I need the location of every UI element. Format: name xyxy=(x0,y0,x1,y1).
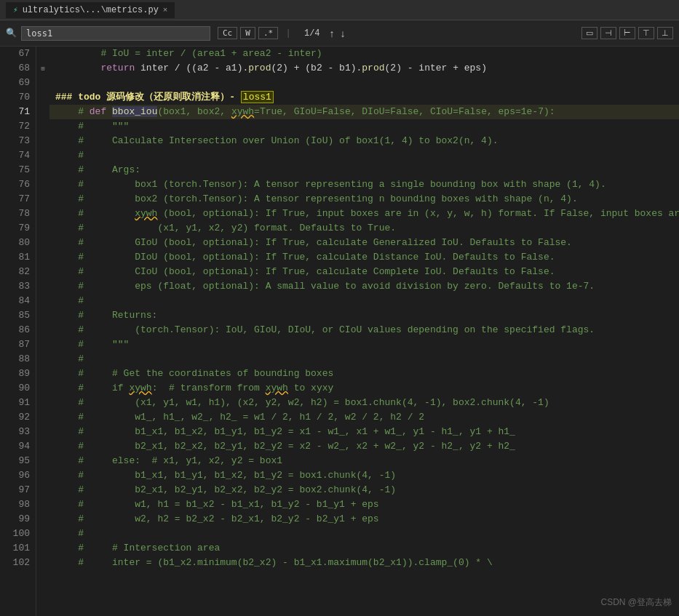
code-line-92: # w1_, h1_, w2_, h2_ = w1 / 2, h1 / 2, w… xyxy=(49,410,679,425)
file-type-icon: ⚡ xyxy=(13,5,18,15)
line-num-70: 70 xyxy=(3,90,30,105)
code-text: # (torch.Tensor): IoU, GIoU, DIoU, or CI… xyxy=(55,323,595,337)
gutter-92 xyxy=(36,410,49,425)
split-right-button[interactable]: ⊢ xyxy=(619,27,635,39)
filter-button[interactable]: ⊥ xyxy=(657,27,673,39)
regex-button[interactable]: .* xyxy=(258,27,278,39)
gutter-78 xyxy=(36,207,49,221)
gutter-85 xyxy=(36,308,49,323)
line-num-88: 88 xyxy=(3,352,30,367)
line-num-75: 75 xyxy=(3,163,30,177)
code-line-72: # """ xyxy=(49,119,679,134)
code-line-99: # w2, h2 = b2_x2 - b2_x1, b2_y2 - b2_y1 … xyxy=(49,512,679,527)
tab-filename: ultralytics\...\metrics.py xyxy=(23,5,159,15)
tab-close-button[interactable]: × xyxy=(163,6,168,15)
line-num-78: 78 xyxy=(3,207,30,221)
code-line-70: ### todo 源码修改（还原则取消注释）- loss1 xyxy=(49,90,679,105)
next-result-button[interactable]: ↓ xyxy=(338,28,348,39)
code-text: # b2_x1, b2_y1, b2_x2, b2_y2 = box2.chun… xyxy=(55,483,396,497)
gutter-68: ⊞ xyxy=(36,61,49,76)
code-text xyxy=(55,76,61,90)
gutter-102 xyxy=(36,556,49,570)
code-line-74: # xyxy=(49,148,679,163)
line-num-95: 95 xyxy=(3,454,30,468)
line-num-97: 97 xyxy=(3,483,30,497)
code-text: # (x1, y1, w1, h1), (x2, y2, w2, h2) = b… xyxy=(55,396,549,410)
code-line-75: # Args: xyxy=(49,163,679,177)
whole-word-button[interactable]: W xyxy=(240,27,255,39)
search-input[interactable] xyxy=(21,26,210,41)
code-text: ### todo 源码修改（还原则取消注释）- loss1 xyxy=(55,90,274,105)
gutter-88 xyxy=(36,352,49,367)
line-num-79: 79 xyxy=(3,221,30,236)
gutter-82 xyxy=(36,265,49,279)
code-text: # box1 (torch.Tensor): A tensor represen… xyxy=(55,177,606,192)
gutter-70 xyxy=(36,90,49,105)
code-text: # """ xyxy=(55,337,129,352)
code-text: # GIoU (bool, optional): If True, calcul… xyxy=(55,236,572,250)
gutter-83 xyxy=(36,279,49,294)
line-num-98: 98 xyxy=(3,497,30,512)
code-line-89: # # Get the coordinates of bounding boxe… xyxy=(49,367,679,381)
code-line-102: # inter = (b1_x2.minimum(b2_x2) - b1_x1.… xyxy=(49,556,679,570)
code-line-87: # """ xyxy=(49,337,679,352)
gutter-86 xyxy=(36,323,49,337)
gutter-91 xyxy=(36,396,49,410)
code-line-91: # (x1, y1, w1, h1), (x2, y2, w2, h2) = b… xyxy=(49,396,679,410)
line-num-96: 96 xyxy=(3,468,30,483)
separator: | xyxy=(285,28,291,39)
line-num-81: 81 xyxy=(3,250,30,265)
code-text: # """ xyxy=(55,119,129,134)
search-icon: 🔍 xyxy=(6,28,17,39)
code-line-83: # eps (float, optional): A small value t… xyxy=(49,279,679,294)
fold-icon-68[interactable]: ⊞ xyxy=(41,65,44,73)
title-bar: ⚡ ultralytics\...\metrics.py × xyxy=(0,0,679,20)
code-line-85: # Returns: xyxy=(49,308,679,323)
code-line-96: # b1_x1, b1_y1, b1_x2, b1_y2 = box1.chun… xyxy=(49,468,679,483)
code-text: # xywh (bool, optional): If True, input … xyxy=(55,207,679,221)
code-text: return inter / ((a2 - a1).prod(2) + (b2 … xyxy=(55,61,487,76)
line-num-100: 100 xyxy=(3,527,30,541)
gutter-80 xyxy=(36,236,49,250)
gutter-69 xyxy=(36,76,49,90)
case-sensitive-button[interactable]: Cc xyxy=(218,27,237,39)
search-bar: 🔍 Cc W .* | 1/4 ↑ ↓ ▭ ⊣ ⊢ ⊤ ⊥ xyxy=(0,20,679,47)
code-text: # xyxy=(55,148,84,163)
code-text: # w1_, h1_, w2_, h2_ = w1 / 2, h1 / 2, w… xyxy=(55,410,424,425)
code-line-98: # w1, h1 = b1_x2 - b1_x1, b1_y2 - b1_y1 … xyxy=(49,497,679,512)
gutter-101 xyxy=(36,541,49,556)
toggle-view-button[interactable]: ▭ xyxy=(581,27,597,39)
code-line-88: # xyxy=(49,352,679,367)
code-text: # (x1, y1, x2, y2) format. Defaults to T… xyxy=(55,221,396,236)
prev-result-button[interactable]: ↑ xyxy=(327,28,337,39)
code-line-82: # CIoU (bool, optional): If True, calcul… xyxy=(49,265,679,279)
code-line-78: # xywh (bool, optional): If True, input … xyxy=(49,207,679,221)
code-line-86: # (torch.Tensor): IoU, GIoU, DIoU, or CI… xyxy=(49,323,679,337)
gutter-89 xyxy=(36,367,49,381)
code-text: # xyxy=(55,352,84,367)
code-line-101: # # Intersection area xyxy=(49,541,679,556)
code-line-90: # if xywh: # transform from xywh to xyxy xyxy=(49,381,679,396)
code-text: # def bbox_iou(box1, box2, xywh=True, GI… xyxy=(55,105,555,119)
gutter-74 xyxy=(36,148,49,163)
line-numbers: 67 68 69 70 71 72 73 74 75 76 77 78 79 8… xyxy=(0,47,36,616)
code-text: # Args: xyxy=(55,163,140,177)
gutter: ⊞ xyxy=(36,47,49,616)
line-num-90: 90 xyxy=(3,381,30,396)
code-content[interactable]: # IoU = inter / (area1 + area2 - inter) … xyxy=(49,47,679,616)
gutter-84 xyxy=(36,294,49,308)
code-area: 67 68 69 70 71 72 73 74 75 76 77 78 79 8… xyxy=(0,47,679,616)
gutter-96 xyxy=(36,468,49,483)
gutter-100 xyxy=(36,527,49,541)
code-text: # Returns: xyxy=(55,308,157,323)
line-num-94: 94 xyxy=(3,439,30,454)
code-text: # w1, h1 = b1_x2 - b1_x1, b1_y2 - b1_y1 … xyxy=(55,497,379,512)
title-tab[interactable]: ⚡ ultralytics\...\metrics.py × xyxy=(6,2,175,18)
line-num-92: 92 xyxy=(3,410,30,425)
code-text: # else: # x1, y1, x2, y2 = box1 xyxy=(55,454,282,468)
code-text: # DIoU (bool, optional): If True, calcul… xyxy=(55,250,555,265)
code-text: # w2, h2 = b2_x2 - b2_x1, b2_y2 - b2_y1 … xyxy=(55,512,379,527)
code-text: # box2 (torch.Tensor): A tensor represen… xyxy=(55,192,578,207)
split-left-button[interactable]: ⊣ xyxy=(600,27,616,39)
split-horizontal-button[interactable]: ⊤ xyxy=(638,27,654,39)
